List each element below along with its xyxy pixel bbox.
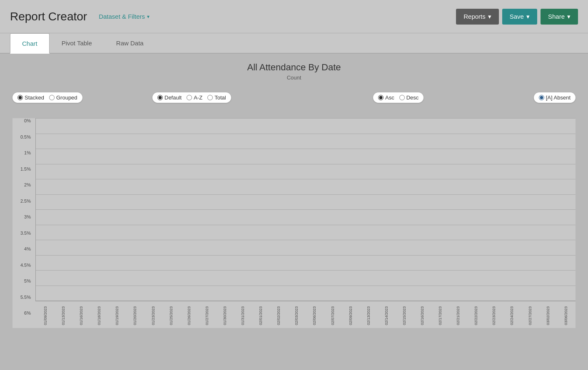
order-control: Asc Desc [373,92,424,103]
x-label: 02/16/2023 [414,303,430,328]
chart-area: All Attendance By Date Count Stacked Gro… [0,54,588,370]
save-chevron: ▾ [526,13,530,20]
x-label: 02/15/2023 [396,303,412,328]
y-label: 5% [12,278,33,283]
y-label: 2% [12,182,33,187]
x-label: 02/17/2023 [432,303,448,328]
x-label: 01/16/2023 [73,303,89,328]
y-label: 3.5% [12,231,33,236]
legend-control: [A] Absent [534,92,576,103]
az-option[interactable]: A-Z [187,94,202,101]
dataset-filters-button[interactable]: Dataset & Filters ▾ [99,13,149,20]
save-button[interactable]: Save ▾ [502,9,537,25]
x-label: 01/27/2023 [199,303,215,328]
x-label: 01/25/2023 [163,303,179,328]
tab-pivot-table[interactable]: Pivot Table [50,33,104,53]
header-actions: Reports ▾ Save ▾ Share ▾ [456,9,578,25]
x-label: 03/06/2023 [558,303,574,328]
asc-option[interactable]: Asc [378,94,394,101]
x-label: 01/23/2023 [145,303,161,328]
y-label: 2.5% [12,199,33,204]
desc-option[interactable]: Desc [399,94,419,101]
y-label: 1% [12,150,33,155]
x-label: 01/13/2023 [55,303,71,328]
chart-subtitle: Count [12,74,576,81]
x-label: 02/03/2023 [288,303,304,328]
x-label: 02/21/2023 [450,303,466,328]
x-labels: 01/09/202301/13/202301/16/202301/18/2023… [35,301,576,328]
total-option[interactable]: Total [207,94,226,101]
x-label: 02/22/2023 [468,303,484,328]
x-label: 02/07/2023 [324,303,341,328]
share-button[interactable]: Share ▾ [541,9,578,25]
stacked-grouped-control: Stacked Grouped [12,92,82,103]
x-label: 01/31/2023 [234,303,251,328]
reports-button[interactable]: Reports ▾ [456,9,499,25]
y-label: 3% [12,214,33,219]
y-axis: 6%5.5%5%4.5%4%3.5%3%2.5%2%1.5%1%0.5%0% [12,118,33,315]
x-label: 01/09/2023 [37,303,53,328]
chart-grid [35,118,576,301]
x-label: 03/02/2023 [540,303,556,328]
dataset-filters-chevron: ▾ [147,14,149,20]
legend-absent[interactable]: [A] Absent [539,94,571,101]
y-label: 0% [12,118,33,123]
share-chevron: ▾ [567,13,571,20]
x-label: 02/23/2023 [486,303,502,328]
app-title: Report Creator [10,10,87,23]
default-option[interactable]: Default [157,94,182,101]
x-label: 02/09/2023 [342,303,359,328]
x-label: 01/20/2023 [127,303,143,328]
bar-chart: 6%5.5%5%4.5%4%3.5%3%2.5%2%1.5%1%0.5%0% 0… [12,118,576,328]
x-label: 01/19/2023 [109,303,125,328]
y-label: 1.5% [12,166,33,171]
grouped-option[interactable]: Grouped [49,94,77,101]
y-label: 5.5% [12,295,33,300]
x-label: 02/27/2023 [522,303,538,328]
x-label: 02/02/2023 [270,303,287,328]
x-label: 01/18/2023 [91,303,107,328]
header: Report Creator Dataset & Filters ▾ Repor… [0,0,588,33]
x-label: 02/01/2023 [252,303,269,328]
controls-row: Stacked Grouped Default A-Z Total [12,89,576,106]
tabs-bar: Chart Pivot Table Raw Data [0,33,588,54]
reports-chevron: ▾ [488,13,491,20]
chart-title: All Attendance By Date [12,62,576,73]
x-label: 01/26/2023 [181,303,197,328]
y-label: 6% [12,310,33,315]
sort-control: Default A-Z Total [152,92,231,103]
y-label: 4.5% [12,263,33,268]
tab-raw-data[interactable]: Raw Data [104,33,156,53]
y-label: 0.5% [12,134,33,139]
x-label: 02/06/2023 [306,303,322,328]
x-label: 02/24/2023 [503,303,520,328]
tab-chart[interactable]: Chart [10,33,50,54]
dataset-filters-label: Dataset & Filters [99,13,145,20]
x-label: 01/30/2023 [217,303,233,328]
y-label: 4% [12,246,33,251]
x-label: 02/13/2023 [360,303,376,328]
stacked-option[interactable]: Stacked [17,94,44,101]
x-label: 02/14/2023 [378,303,394,328]
